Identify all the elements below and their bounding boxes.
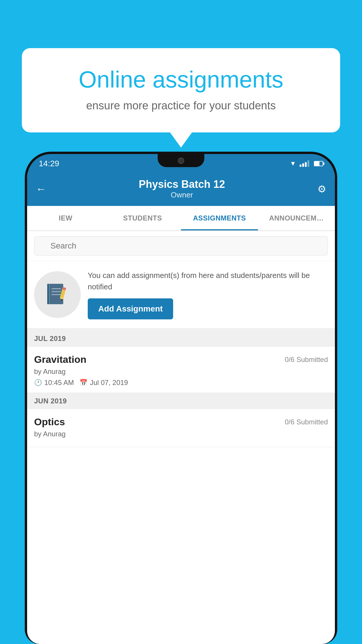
wifi-icon: ▼ [290, 160, 296, 167]
status-icons: ▼ [290, 160, 323, 167]
bubble-subtitle: ensure more practice for your students [42, 99, 320, 112]
assignment-submitted-gravitation: 0/6 Submitted [285, 356, 328, 364]
settings-icon[interactable]: ⚙ [317, 183, 326, 195]
notebook-icon [44, 281, 71, 308]
meta-time-gravitation: 🕐 10:45 AM [34, 379, 74, 387]
add-assignment-button[interactable]: Add Assignment [88, 298, 173, 319]
assignment-meta-gravitation: 🕐 10:45 AM 📅 Jul 07, 2019 [34, 379, 328, 387]
assignment-by-optics: by Anurag [34, 430, 328, 438]
phone-inner: 14:29 ▼ ← [27, 154, 335, 644]
svg-rect-2 [49, 284, 50, 304]
tab-iew[interactable]: IEW [27, 206, 104, 230]
tabs-bar: IEW STUDENTS ASSIGNMENTS ANNOUNCEM… [27, 206, 335, 231]
assignment-item-gravitation[interactable]: Gravitation 0/6 Submitted by Anurag 🕐 10… [27, 347, 335, 393]
notebook-circle [34, 271, 81, 318]
phone-screen: ← Physics Batch 12 Owner ⚙ IEW STUDENTS … [27, 173, 335, 644]
header-title: Physics Batch 12 [139, 178, 225, 190]
back-button[interactable]: ← [36, 183, 46, 195]
assignment-top-optics: Optics 0/6 Submitted [34, 416, 328, 428]
app-header: ← Physics Batch 12 Owner ⚙ [27, 173, 335, 206]
add-assignment-description: You can add assignment(s) from here and … [88, 270, 328, 293]
add-assignment-section: You can add assignment(s) from here and … [27, 261, 335, 330]
header-center: Physics Batch 12 Owner [139, 178, 225, 200]
section-header-jun: JUN 2019 [27, 393, 335, 409]
tab-assignments[interactable]: ASSIGNMENTS [181, 206, 258, 230]
phone-frame: 14:29 ▼ ← [25, 152, 337, 644]
assignment-by-gravitation: by Anurag [34, 368, 328, 376]
tab-students[interactable]: STUDENTS [104, 206, 181, 230]
search-container: 🔍 [27, 231, 335, 261]
section-header-jul: JUL 2019 [27, 330, 335, 347]
assignment-submitted-optics: 0/6 Submitted [285, 418, 328, 426]
tab-announcements[interactable]: ANNOUNCEM… [258, 206, 335, 230]
add-assignment-right: You can add assignment(s) from here and … [88, 270, 328, 319]
search-input[interactable] [34, 236, 328, 256]
assignment-top: Gravitation 0/6 Submitted [34, 354, 328, 365]
header-subtitle: Owner [139, 190, 225, 200]
status-time: 14:29 [39, 159, 59, 168]
calendar-icon: 📅 [80, 379, 87, 386]
clock-icon: 🕐 [34, 379, 42, 386]
assignment-name-optics: Optics [34, 416, 65, 428]
search-wrapper: 🔍 [34, 236, 328, 256]
bubble-title: Online assignments [42, 66, 320, 94]
assignment-name-gravitation: Gravitation [34, 354, 86, 365]
battery-icon [314, 161, 323, 166]
speech-bubble: Online assignments ensure more practice … [22, 48, 340, 132]
speech-bubble-container: Online assignments ensure more practice … [22, 48, 340, 132]
meta-date-gravitation: 📅 Jul 07, 2019 [80, 379, 128, 387]
signal-icon [300, 160, 309, 167]
phone-notch [158, 154, 204, 167]
front-camera [178, 158, 184, 164]
assignment-item-optics[interactable]: Optics 0/6 Submitted by Anurag [27, 409, 335, 447]
